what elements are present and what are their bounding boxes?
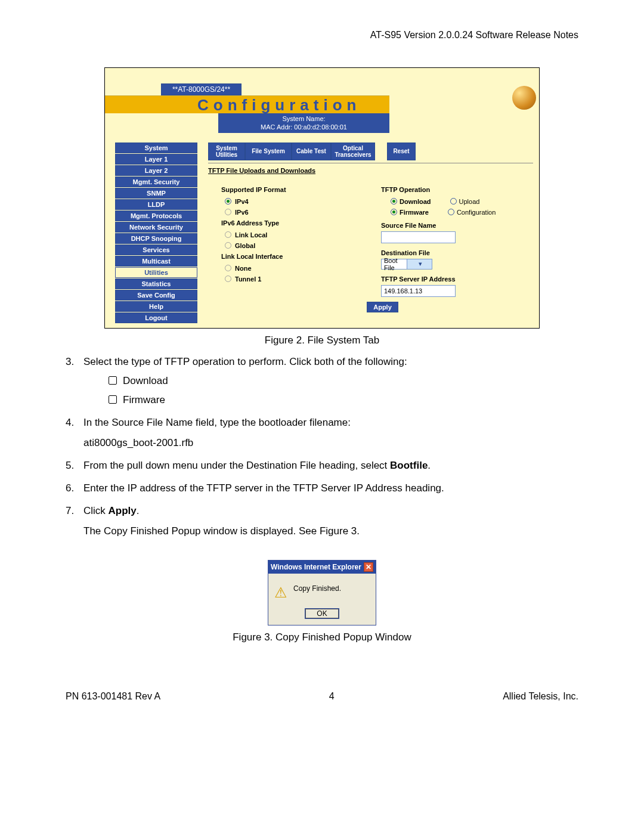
radio-link-local[interactable] bbox=[225, 231, 231, 238]
source-file-name-label: Source File Name bbox=[381, 222, 496, 229]
destination-file-select[interactable]: Boot File ▾ bbox=[381, 259, 432, 270]
tftp-server-ip-label: TFTP Server IP Address bbox=[381, 275, 496, 283]
footer-left: PN 613-001481 Rev A bbox=[66, 691, 160, 702]
sidebar-item-dhcp-snooping[interactable]: DHCP Snooping bbox=[115, 233, 197, 244]
close-icon[interactable]: ✕ bbox=[364, 562, 373, 572]
copy-finished-popup: Windows Internet Explorer ✕ ⚠ Copy Finis… bbox=[268, 560, 376, 625]
sidebar-item-multicast[interactable]: Multicast bbox=[115, 256, 197, 267]
footer-page-number: 4 bbox=[329, 691, 335, 702]
step-7-text-d: The Copy Finished Popup window is displa… bbox=[83, 525, 578, 537]
popup-title-text: Windows Internet Explorer bbox=[271, 563, 361, 571]
device-model-bar: **AT-8000GS/24** bbox=[161, 83, 242, 95]
tab-optical-transceivers[interactable]: Optical Transceivers bbox=[331, 143, 375, 160]
tab-reset[interactable]: Reset bbox=[387, 143, 416, 160]
radio-firmware[interactable] bbox=[391, 209, 397, 215]
sidebar-item-logout[interactable]: Logout bbox=[115, 312, 197, 323]
sidebar-menu: System Layer 1 Layer 2 Mgmt. Security SN… bbox=[105, 143, 197, 323]
tab-file-system[interactable]: File System bbox=[245, 143, 292, 160]
figure3-caption: Figure 3. Copy Finished Popup Window bbox=[66, 631, 578, 643]
section-title: TFTP File Uploads and Downloads bbox=[208, 167, 533, 174]
step-3b: Firmware bbox=[123, 394, 165, 406]
step-number: 4. bbox=[66, 417, 83, 449]
destination-file-label: Destination File bbox=[381, 249, 496, 256]
step-number: 3. bbox=[66, 356, 83, 406]
figure2-screenshot: **AT-8000GS/24** Configuration System Na… bbox=[104, 67, 540, 329]
step-6-text: Enter the IP address of the TFTP server … bbox=[83, 482, 444, 494]
step-number: 7. bbox=[66, 505, 83, 537]
warning-icon: ⚠ bbox=[274, 584, 287, 601]
checkbox-icon bbox=[109, 376, 117, 385]
step-5-text-b: Bootfile bbox=[390, 460, 428, 471]
left-panel: Supported IP Format IPv4 IPv6 IPv6 Addre… bbox=[208, 186, 381, 297]
sidebar-item-services[interactable]: Services bbox=[115, 244, 197, 255]
figure2-caption: Figure 2. File System Tab bbox=[66, 335, 578, 346]
label-tunnel1: Tunnel 1 bbox=[235, 275, 261, 283]
radio-ipv6[interactable] bbox=[225, 209, 231, 215]
radio-none[interactable] bbox=[225, 265, 231, 271]
sidebar-item-system[interactable]: System bbox=[115, 143, 197, 153]
label-ipv4: IPv4 bbox=[235, 198, 249, 205]
step-5-text-c: . bbox=[428, 460, 431, 471]
source-file-name-input[interactable] bbox=[381, 231, 456, 243]
footer-right: Allied Telesis, Inc. bbox=[503, 691, 578, 702]
system-info-bar: System Name: MAC Addr: 00:a0:d2:08:00:01 bbox=[218, 113, 389, 133]
radio-download[interactable] bbox=[391, 198, 397, 205]
radio-configuration[interactable] bbox=[448, 209, 454, 215]
tftp-server-ip-input[interactable] bbox=[381, 285, 456, 297]
link-local-interface-title: Link Local Interface bbox=[221, 253, 381, 260]
step-number: 5. bbox=[66, 460, 83, 472]
label-download: Download bbox=[400, 198, 431, 205]
sidebar-item-layer2[interactable]: Layer 2 bbox=[115, 165, 197, 176]
step-7-text-a: Click bbox=[83, 505, 109, 516]
destination-file-value: Boot File bbox=[382, 257, 407, 271]
label-configuration: Configuration bbox=[457, 209, 496, 216]
right-panel: TFTP Operation Download Upload Firmware … bbox=[381, 186, 496, 297]
system-name-label: System Name: bbox=[282, 115, 325, 122]
tab-system-utilities[interactable]: System Utilities bbox=[208, 143, 245, 160]
chevron-down-icon: ▾ bbox=[407, 259, 432, 269]
label-link-local: Link Local bbox=[235, 231, 267, 239]
tftp-operation-title: TFTP Operation bbox=[381, 186, 496, 193]
radio-upload[interactable] bbox=[450, 198, 457, 205]
tab-bar: System Utilities File System Cable Test … bbox=[208, 143, 533, 160]
label-upload: Upload bbox=[459, 198, 480, 205]
globe-icon bbox=[512, 86, 536, 110]
sidebar-item-statistics[interactable]: Statistics bbox=[115, 278, 197, 289]
doc-header: AT-S95 Version 2.0.0.24 Software Release… bbox=[66, 30, 578, 41]
sidebar-item-help[interactable]: Help bbox=[115, 301, 197, 312]
apply-button[interactable]: Apply bbox=[367, 302, 398, 312]
mac-addr-label: MAC Addr: 00:a0:d2:08:00:01 bbox=[261, 123, 347, 131]
ok-button[interactable]: OK bbox=[305, 609, 338, 618]
sidebar-item-utilities[interactable]: Utilities bbox=[115, 267, 197, 278]
radio-ipv4[interactable] bbox=[225, 198, 231, 205]
sidebar-item-snmp[interactable]: SNMP bbox=[115, 188, 197, 199]
sidebar-item-mgmt-protocols[interactable]: Mgmt. Protocols bbox=[115, 210, 197, 221]
label-global: Global bbox=[235, 242, 255, 249]
page-footer: PN 613-001481 Rev A 4 Allied Telesis, In… bbox=[66, 691, 578, 702]
sidebar-item-lldp[interactable]: LLDP bbox=[115, 199, 197, 210]
step-7-text-b: Apply bbox=[109, 505, 137, 516]
radio-global[interactable] bbox=[225, 242, 231, 249]
step-number: 6. bbox=[66, 482, 83, 494]
sidebar-item-mgmt-security[interactable]: Mgmt. Security bbox=[115, 176, 197, 187]
popup-message: Copy Finished. bbox=[293, 584, 341, 593]
sidebar-item-layer1[interactable]: Layer 1 bbox=[115, 154, 197, 165]
radio-tunnel1[interactable] bbox=[225, 275, 231, 282]
step-3a: Download bbox=[123, 375, 168, 387]
instruction-steps: 3. Select the type of TFTP operation to … bbox=[66, 356, 578, 537]
sidebar-item-save-config[interactable]: Save Config bbox=[115, 290, 197, 301]
label-ipv6: IPv6 bbox=[235, 209, 249, 216]
ipv6-address-type-title: IPv6 Address Type bbox=[221, 219, 381, 227]
supported-ip-format-title: Supported IP Format bbox=[221, 186, 381, 193]
tab-cable-test[interactable]: Cable Test bbox=[292, 143, 331, 160]
step-5-text-a: From the pull down menu under the Destin… bbox=[83, 460, 390, 471]
checkbox-icon bbox=[109, 395, 117, 404]
step-4-filename: ati8000gs_boot-2001.rfb bbox=[83, 437, 578, 449]
step-7-text-c: . bbox=[137, 505, 140, 516]
step-3-text: Select the type of TFTP operation to per… bbox=[83, 356, 407, 367]
step-4-text: In the Source File Name field, type the … bbox=[83, 417, 351, 428]
sidebar-item-network-security[interactable]: Network Security bbox=[115, 222, 197, 233]
label-firmware: Firmware bbox=[400, 209, 429, 216]
config-banner: Configuration bbox=[105, 95, 389, 113]
label-none: None bbox=[235, 265, 252, 272]
